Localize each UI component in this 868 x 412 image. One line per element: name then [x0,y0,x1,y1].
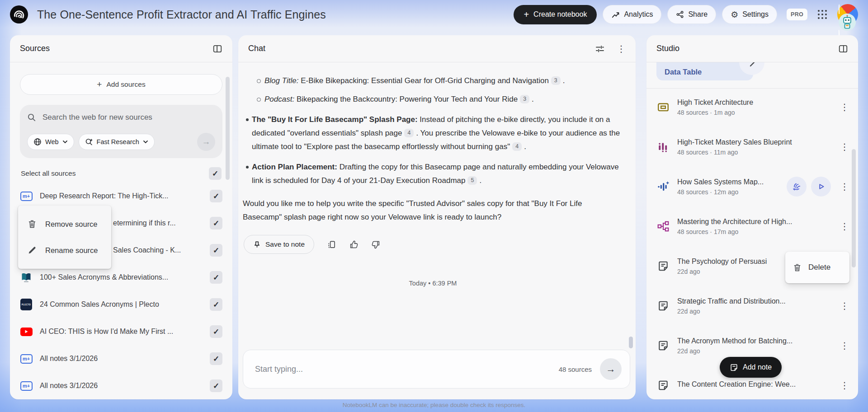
studio-item[interactable]: High-Ticket Mastery Sales Blueprint 48 s… [656,136,849,157]
studio-item[interactable]: Strategic Traffic and Distribution... 22… [656,295,849,316]
citation-badge[interactable]: 4 [404,129,414,137]
chevron-down-icon [143,140,148,144]
pencil-icon [27,245,37,255]
item-more-menu-icon[interactable]: ⋮ [840,142,849,151]
item-more-menu-icon[interactable]: ⋮ [840,182,849,191]
source-count-label: 48 sources [559,365,592,373]
thumbs-up-icon[interactable] [349,240,359,249]
remove-source-menu-item[interactable]: Remove source [18,211,111,237]
expand-panel-icon[interactable] [838,44,848,54]
sentence-period: . [563,76,565,85]
studio-scrollbar[interactable] [852,149,856,267]
plecto-favicon-icon: PLECTO [20,299,33,310]
studio-item[interactable]: High Ticket Architecture 48 sources · 1m… [656,97,849,117]
source-list-item[interactable]: m+ All notes 3/1/2026 ✓ [20,372,222,399]
studio-item-meta: 48 sources · 17m ago [677,228,792,235]
checkmark-icon: ✓ [213,382,219,390]
chat-more-menu-icon[interactable]: ⋮ [617,44,626,53]
sources-panel-header: Sources [10,35,232,62]
checkmark-icon: ✓ [213,192,219,200]
source-checkbox[interactable]: ✓ [210,244,222,257]
search-web-input[interactable] [42,113,215,122]
citation-badge[interactable]: 5 [467,176,477,185]
source-checkbox[interactable]: ✓ [210,325,222,338]
studio-item[interactable]: The Content Creation Engine: Wee... ⋮ [656,375,849,396]
add-sources-button[interactable]: + Add sources [20,74,222,95]
chat-scrollbar[interactable] [629,337,633,348]
studio-item-meta: 48 sources · 11m ago [677,149,792,156]
data-table-chip[interactable]: Data Table [656,62,753,80]
source-list-item[interactable]: m+ All notes 3/1/2026 ✓ [20,345,222,372]
chat-bullet: Action Plan Placement: Drafting the copy… [243,160,623,187]
sentence-period: . [532,95,534,103]
disclaimer-text: NotebookLM can be inaccurate; please dou… [0,402,868,408]
source-list-item[interactable]: AI CEO: THIS is How I'd Make My First ..… [20,318,222,345]
trending-up-icon [611,10,620,19]
item-more-menu-icon[interactable]: ⋮ [840,301,849,310]
search-submit-button[interactable]: → [197,133,215,151]
sentence-period: . [479,176,481,185]
source-checkbox[interactable]: ✓ [210,379,222,392]
web-filter-dropdown[interactable]: Web [27,134,74,150]
notebooklm-logo-icon[interactable] [10,5,28,23]
studio-item[interactable]: How Sales Systems Map... 48 sources · 12… [656,176,849,197]
chat-panel-header: Chat ⋮ [238,35,636,62]
rename-source-label: Rename source [45,246,98,255]
create-notebook-button[interactable]: + Create notebook [514,5,597,24]
response-actions-row: Save to note [243,235,623,254]
podcast-text: Bikepacking the Backcountry: Powering Yo… [294,95,518,103]
sources-scrollbar[interactable] [226,77,230,180]
item-more-menu-icon[interactable]: ⋮ [840,381,849,390]
trash-icon [793,263,802,272]
checkmark-icon: ✓ [213,355,219,363]
sentence-period: . [524,142,526,151]
chevron-down-icon [62,140,68,144]
source-title: 24 Common Sales Acronyms | Plecto [40,300,203,309]
edit-chip-button[interactable] [739,62,764,75]
source-checkbox[interactable]: ✓ [210,271,222,284]
citation-badge[interactable]: 3 [551,76,561,85]
item-more-menu-icon[interactable]: ⋮ [840,222,849,231]
source-checkbox[interactable]: ✓ [210,217,222,229]
delete-menu-item[interactable]: Delete [785,252,849,283]
action-plan-lead: Action Plan Placement: [252,163,337,171]
studio-item[interactable]: Mastering the Architecture of High... 48… [656,216,849,237]
settings-button[interactable]: ⚙ Settings [722,5,777,24]
citation-badge[interactable]: 4 [512,142,522,151]
chat-input[interactable] [255,365,559,374]
research-mode-dropdown[interactable]: Fast Research [79,134,155,150]
item-more-menu-icon[interactable]: ⋮ [840,341,849,350]
interactive-mode-button[interactable] [787,177,807,197]
source-checkbox[interactable]: ✓ [210,352,222,365]
item-more-menu-icon[interactable]: ⋮ [840,103,849,112]
share-button[interactable]: Share [667,5,716,24]
play-button[interactable] [811,177,831,197]
save-to-note-button[interactable]: Save to note [244,235,314,254]
analytics-button[interactable]: Analytics [603,5,661,24]
studio-item-title: The Psychology of Persuasi [677,258,767,266]
tune-settings-icon[interactable] [595,44,605,54]
notebook-title[interactable]: The One-Sentence Profit Extractor and AI… [37,8,326,21]
studio-panel: Studio Data Table High Ticket Architectu… [646,35,858,399]
citation-badge[interactable]: 3 [520,95,529,103]
source-list-item[interactable]: PLECTO 24 Common Sales Acronyms | Plecto… [20,291,222,318]
select-all-checkbox[interactable]: ✓ [209,167,222,180]
source-checkbox[interactable]: ✓ [210,298,222,311]
collapse-panel-icon[interactable] [212,44,222,54]
copy-icon[interactable] [327,240,336,249]
studio-chip-zone: Data Table [646,62,858,89]
add-sources-label: Add sources [106,80,145,89]
settings-label: Settings [742,10,769,19]
add-note-button[interactable]: Add note [720,357,782,378]
apps-grid-icon[interactable] [817,9,828,20]
search-row [27,113,215,122]
user-avatar[interactable] [837,4,858,25]
rename-source-menu-item[interactable]: Rename source [18,237,111,263]
source-checkbox[interactable]: ✓ [210,190,222,202]
thumbs-down-icon[interactable] [371,240,381,249]
web-filter-label: Web [45,138,59,145]
studio-item[interactable]: The Acronym Method for Batching... 22d a… [656,335,849,356]
chat-panel: Chat ⋮ Blog Title: E-Bike Bikepacking: E… [238,35,636,399]
send-message-button[interactable]: → [600,358,622,380]
data-table-label: Data Table [665,68,702,76]
